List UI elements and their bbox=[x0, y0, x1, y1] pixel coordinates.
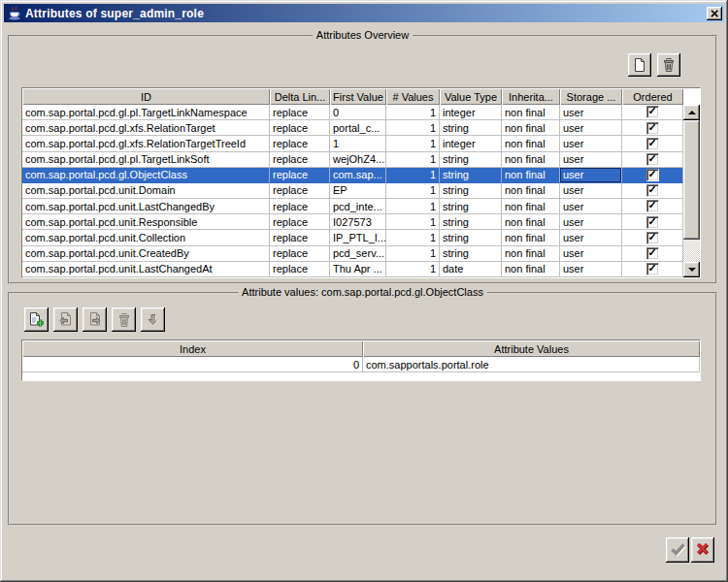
column-header[interactable]: Ordered bbox=[622, 88, 683, 105]
ordered-checkbox[interactable]: ✓ bbox=[646, 232, 659, 244]
column-header[interactable]: Delta Lin... bbox=[270, 88, 330, 105]
vertical-scrollbar[interactable] bbox=[683, 105, 700, 277]
cell-first_value[interactable]: Thu Apr ... bbox=[330, 262, 386, 277]
cell-ordered[interactable]: ✓ bbox=[622, 120, 683, 136]
cell-delta_link[interactable]: replace bbox=[270, 246, 330, 262]
cell-storage[interactable]: user bbox=[560, 168, 622, 183]
cell-first_value[interactable]: portal_c... bbox=[330, 120, 386, 136]
cell-num_values[interactable]: 1 bbox=[386, 120, 440, 136]
cell-num_values[interactable]: 1 bbox=[386, 262, 440, 277]
cell-value_type[interactable]: integer bbox=[440, 136, 502, 151]
column-header[interactable]: First Value bbox=[330, 88, 386, 105]
cell-ordered[interactable]: ✓ bbox=[622, 246, 683, 262]
cell-storage[interactable]: user bbox=[560, 262, 622, 277]
cell-num_values[interactable]: 1 bbox=[386, 246, 440, 262]
cell-id[interactable]: com.sap.portal.pcd.unit.LastChangedBy bbox=[22, 199, 270, 214]
cell-id[interactable]: com.sap.portal.pcd.gl.ObjectClass bbox=[22, 168, 270, 183]
delete-value-button[interactable] bbox=[112, 307, 136, 332]
cell-num_values[interactable]: 1 bbox=[386, 136, 440, 151]
cell-delta_link[interactable]: replace bbox=[270, 168, 330, 183]
cell-value_type[interactable]: string bbox=[440, 214, 502, 230]
cell-delta_link[interactable]: replace bbox=[270, 262, 330, 277]
cell-storage[interactable]: user bbox=[560, 152, 622, 168]
ordered-checkbox[interactable]: ✓ bbox=[646, 184, 659, 197]
cell-ordered[interactable]: ✓ bbox=[622, 214, 683, 230]
cell-inheritance[interactable]: non final bbox=[502, 199, 560, 214]
cell-storage[interactable]: user bbox=[560, 199, 622, 214]
ordered-checkbox[interactable]: ✓ bbox=[646, 153, 659, 166]
attribute-row[interactable]: com.sap.portal.pcd.gl.pl.TargetLinkSoftr… bbox=[22, 152, 683, 168]
cell-id[interactable]: com.sap.portal.pcd.unit.Domain bbox=[22, 183, 270, 199]
cell-inheritance[interactable]: non final bbox=[502, 262, 560, 277]
ok-button[interactable] bbox=[666, 537, 689, 563]
export-value-button[interactable] bbox=[83, 307, 107, 332]
cell-first_value[interactable]: pcd_inte... bbox=[330, 199, 386, 214]
cell-ordered[interactable]: ✓ bbox=[622, 230, 683, 245]
close-button[interactable] bbox=[707, 7, 722, 20]
value-row[interactable]: 0com.sapportals.portal.role bbox=[22, 357, 700, 372]
attribute-row[interactable]: com.sap.portal.pcd.gl.xfs.RelationTarget… bbox=[22, 136, 683, 151]
cell-first_value[interactable]: 0 bbox=[330, 105, 386, 120]
cell-inheritance[interactable]: non final bbox=[502, 136, 560, 151]
cell-ordered[interactable]: ✓ bbox=[622, 136, 683, 151]
column-header[interactable]: Attribute Values bbox=[363, 340, 700, 357]
cell-ordered[interactable]: ✓ bbox=[622, 199, 683, 214]
cell-storage[interactable]: user bbox=[560, 105, 622, 120]
cell-delta_link[interactable]: replace bbox=[270, 183, 330, 199]
attribute-row[interactable]: com.sap.portal.pcd.unit.Collectionreplac… bbox=[22, 230, 683, 245]
cell-num_values[interactable]: 1 bbox=[386, 230, 440, 245]
ordered-checkbox[interactable]: ✓ bbox=[646, 200, 659, 212]
cell-delta_link[interactable]: replace bbox=[270, 105, 330, 120]
column-header[interactable]: ID bbox=[22, 88, 270, 105]
attribute-row[interactable]: com.sap.portal.pcd.unit.LastChangedAtrep… bbox=[22, 262, 683, 277]
import-value-button[interactable] bbox=[53, 307, 78, 332]
cell-id[interactable]: com.sap.portal.pcd.unit.Responsible bbox=[22, 214, 270, 230]
cell-storage[interactable]: user bbox=[560, 120, 622, 136]
attribute-row[interactable]: com.sap.portal.pcd.unit.LastChangedByrep… bbox=[22, 199, 683, 214]
cell-storage[interactable]: user bbox=[560, 214, 622, 230]
cell-value_type[interactable]: integer bbox=[440, 105, 502, 120]
cell-first_value[interactable]: I027573 bbox=[330, 214, 386, 230]
ordered-checkbox[interactable]: ✓ bbox=[646, 216, 659, 229]
scroll-up-button[interactable] bbox=[683, 105, 700, 120]
column-header[interactable]: Storage ... bbox=[560, 88, 622, 105]
ordered-checkbox[interactable]: ✓ bbox=[646, 106, 659, 118]
delete-attribute-button[interactable] bbox=[657, 53, 680, 77]
cell-value_type[interactable]: date bbox=[440, 262, 502, 277]
titlebar[interactable]: Attributes of super_admin_role bbox=[4, 4, 724, 22]
cell-value_type[interactable]: string bbox=[440, 230, 502, 245]
cell-value_type[interactable]: string bbox=[440, 199, 502, 214]
move-down-button[interactable] bbox=[141, 307, 165, 332]
ordered-checkbox[interactable]: ✓ bbox=[646, 138, 659, 150]
cell-ordered[interactable]: ✓ bbox=[622, 152, 683, 168]
cell-id[interactable]: com.sap.portal.pcd.unit.Collection bbox=[22, 230, 270, 245]
new-attribute-button[interactable] bbox=[628, 53, 651, 77]
cell-inheritance[interactable]: non final bbox=[502, 120, 560, 136]
cell-num_values[interactable]: 1 bbox=[386, 214, 440, 230]
cell-delta_link[interactable]: replace bbox=[270, 120, 330, 136]
ordered-checkbox[interactable]: ✓ bbox=[646, 247, 659, 260]
attribute-row[interactable]: com.sap.portal.pcd.gl.xfs.RelationTarget… bbox=[22, 120, 683, 136]
cell-ordered[interactable]: ✓ bbox=[622, 262, 683, 277]
cell-num_values[interactable]: 1 bbox=[386, 199, 440, 214]
cell-inheritance[interactable]: non final bbox=[502, 105, 560, 120]
cell-num_values[interactable]: 1 bbox=[386, 168, 440, 183]
cell-value_type[interactable]: string bbox=[440, 246, 502, 262]
cell-ordered[interactable]: ✓ bbox=[622, 183, 683, 199]
cell-id[interactable]: com.sap.portal.pcd.gl.pl.TargetLinkNames… bbox=[22, 105, 270, 120]
column-header[interactable]: Inherita... bbox=[502, 88, 560, 105]
cell-first_value[interactable]: pcd_serv... bbox=[330, 246, 386, 262]
cell-inheritance[interactable]: non final bbox=[502, 214, 560, 230]
cell-index[interactable]: 0 bbox=[22, 357, 363, 372]
cell-inheritance[interactable]: non final bbox=[502, 246, 560, 262]
cell-storage[interactable]: user bbox=[560, 230, 622, 245]
attribute-row[interactable]: com.sap.portal.pcd.gl.ObjectClassreplace… bbox=[22, 168, 683, 183]
cell-value_type[interactable]: string bbox=[440, 168, 502, 183]
cell-storage[interactable]: user bbox=[560, 246, 622, 262]
attribute-row[interactable]: com.sap.portal.pcd.gl.pl.TargetLinkNames… bbox=[22, 105, 683, 120]
cell-inheritance[interactable]: non final bbox=[502, 230, 560, 245]
cell-id[interactable]: com.sap.portal.pcd.unit.LastChangedAt bbox=[22, 262, 270, 277]
cell-value_type[interactable]: string bbox=[440, 120, 502, 136]
add-value-button[interactable] bbox=[24, 307, 49, 332]
ordered-checkbox[interactable]: ✓ bbox=[646, 122, 659, 135]
